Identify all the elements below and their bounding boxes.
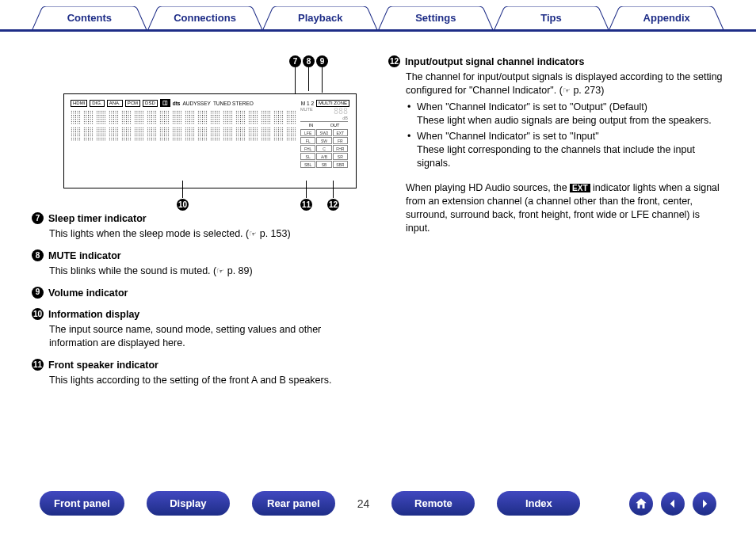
- callouts-bottom: 10 11 12: [63, 195, 357, 212]
- nav-icons: [629, 492, 716, 516]
- btn-front-panel[interactable]: Front panel: [40, 491, 124, 516]
- pref-link[interactable]: p. 89: [227, 265, 250, 276]
- tab-playback[interactable]: Playback: [262, 6, 378, 29]
- pointer-icon: ☞: [249, 229, 257, 238]
- channel-fl: FL: [300, 137, 315, 144]
- channel-fhl: FHL: [300, 145, 315, 152]
- item-8: 8MUTE indicatorThis blinks while the sou…: [32, 249, 365, 278]
- item-title: Front speaker indicator: [48, 359, 158, 372]
- item-12: 12 Input/output signal channel indicator…: [388, 55, 724, 235]
- label-out: OUT: [330, 123, 340, 128]
- ext-badge: EXT: [570, 184, 590, 192]
- label-multizone: MULTI ZONE: [316, 100, 349, 107]
- bullet-12: 12: [388, 55, 400, 67]
- callout-12: 12: [327, 199, 339, 211]
- channel-c: C: [316, 145, 331, 152]
- callout-8: 8: [303, 55, 315, 67]
- channel-a/b: A/B: [316, 153, 331, 160]
- callouts-top: 7 8 9: [63, 55, 357, 70]
- item-title: Sleep timer indicator: [48, 212, 147, 226]
- channel-sl: SL: [300, 153, 315, 160]
- label-audyssey: AUDYSSEY: [182, 101, 210, 106]
- item-body: This lights according to the setting of …: [49, 375, 331, 386]
- label-dig: DIG.: [90, 100, 104, 107]
- channel-sb: SB: [316, 161, 331, 168]
- channel-grid: LFESW2EXTFLSWFRFHLCFHRSLA/BSRSBLSBSBR: [300, 129, 348, 168]
- btn-remote[interactable]: Remote: [391, 491, 475, 516]
- item-title: Volume indicator: [48, 287, 128, 300]
- channel-fr: FR: [333, 137, 348, 144]
- label-tuned: TUNED STEREO: [213, 101, 254, 106]
- channel-sw2: SW2: [316, 129, 331, 136]
- callout-11: 11: [300, 199, 312, 211]
- item-body: This lights when the sleep mode is selec…: [49, 228, 243, 239]
- item-title: MUTE indicator: [48, 249, 121, 263]
- tab-appendix[interactable]: Appendix: [609, 6, 724, 29]
- callout-7: 7: [289, 55, 301, 67]
- bullet-7: 7: [32, 212, 44, 224]
- label-pcm: PCM: [125, 100, 140, 107]
- display-diagram: HDMI DIG. ANA. PCM DSD ◫ dts AUDYSSEY TU…: [63, 93, 357, 188]
- next-icon[interactable]: [693, 492, 716, 516]
- right-column: 12 Input/output signal channel indicator…: [388, 55, 724, 396]
- tab-settings[interactable]: Settings: [378, 6, 494, 29]
- home-icon[interactable]: [629, 492, 653, 516]
- item-title: Information display: [48, 308, 139, 322]
- label-dsd: DSD: [143, 100, 158, 107]
- item-12-title: Input/output signal channel indicators: [405, 55, 584, 69]
- btn-display[interactable]: Display: [147, 491, 230, 516]
- btn-index[interactable]: Index: [497, 491, 580, 516]
- channel-sbr: SBR: [333, 161, 348, 168]
- tab-tips[interactable]: Tips: [494, 6, 609, 29]
- btn-rear-panel[interactable]: Rear panel: [252, 491, 335, 516]
- pointer-icon: ☞: [216, 266, 224, 276]
- item-9: 9Volume indicator: [32, 287, 365, 300]
- callout-9: 9: [316, 55, 328, 67]
- channel-fhr: FHR: [333, 145, 348, 152]
- label-ana: ANA.: [107, 100, 123, 107]
- channel-sr: SR: [333, 153, 348, 160]
- channel-lfe: LFE: [300, 129, 315, 136]
- label-m12: M 1 2: [301, 101, 314, 106]
- bottom-nav: Front panel Display Rear panel 24 Remote…: [0, 491, 756, 516]
- bullet-11: 11: [32, 359, 44, 371]
- item-10: 10Information displayThe input source na…: [32, 308, 365, 350]
- diagram-top-row: HDMI DIG. ANA. PCM DSD ◫ dts AUDYSSEY TU…: [71, 99, 349, 107]
- item-12-pref[interactable]: p. 273: [573, 85, 601, 96]
- item-12-sub2-head: When "Channel Indicator" is set to "Inpu…: [417, 131, 599, 142]
- item-12-sub1-body: These light when audio signals are being…: [417, 115, 712, 126]
- item-12-sub1-head: When "Channel Indicator" is set to "Outp…: [417, 101, 647, 112]
- item-body: This blinks while the sound is muted.: [49, 265, 211, 276]
- channel-sbl: SBL: [300, 161, 315, 168]
- bullet-9: 9: [32, 287, 44, 299]
- label-hdmi: HDMI: [71, 100, 87, 107]
- bullet-8: 8: [32, 249, 44, 261]
- pointer-icon: ☞: [563, 86, 571, 95]
- page-number: 24: [357, 497, 370, 510]
- label-mute: MUTE: [300, 107, 313, 116]
- label-dts: dts: [173, 101, 181, 106]
- item-7: 7Sleep timer indicatorThis lights when t…: [32, 212, 365, 241]
- label-db: dB: [300, 116, 348, 120]
- item-body: The input source name, sound mode, setti…: [49, 324, 321, 348]
- pref-link[interactable]: p. 153: [260, 228, 288, 239]
- content: 7 8 9 HDMI DIG. ANA. PCM DSD ◫ dts AUDYS…: [0, 32, 756, 396]
- channel-sw: SW: [316, 137, 331, 144]
- item-11: 11Front speaker indicatorThis lights acc…: [32, 359, 365, 387]
- items-left: 7Sleep timer indicatorThis lights when t…: [32, 212, 365, 387]
- item-12-note1: When playing HD Audio sources, the: [406, 182, 567, 193]
- item-12-sub2-body: These light corresponding to the channel…: [417, 144, 695, 169]
- channel-panel: MUTE 888 dB IN OUT LFESW2EXTFLSWFRFHLCFH…: [300, 107, 348, 168]
- tab-contents[interactable]: Contents: [32, 6, 147, 29]
- bullet-10: 10: [32, 308, 44, 320]
- top-nav: Contents Connections Playback Settings T…: [0, 0, 756, 32]
- label-in: IN: [309, 123, 314, 128]
- channel-ext: EXT: [333, 129, 348, 136]
- tab-connections[interactable]: Connections: [147, 6, 263, 29]
- prev-icon[interactable]: [661, 492, 685, 516]
- callout-10: 10: [177, 199, 189, 211]
- left-column: 7 8 9 HDMI DIG. ANA. PCM DSD ◫ dts AUDYS…: [32, 55, 365, 396]
